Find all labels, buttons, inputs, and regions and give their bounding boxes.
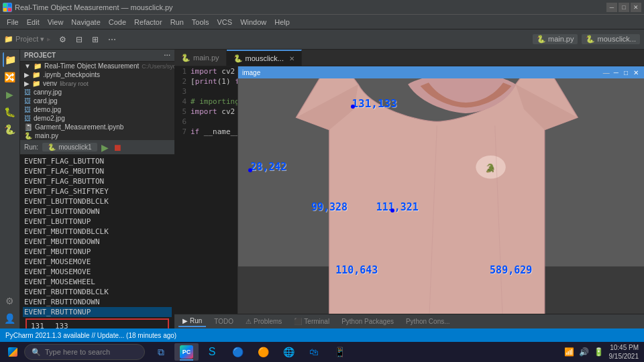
code-line-1: 1 import cv2	[174, 66, 237, 76]
menu-file[interactable]: File	[3, 17, 23, 27]
maximize-button[interactable]: □	[619, 3, 629, 12]
coord-label-110-643: 110,643	[335, 264, 378, 276]
file-icon-canny: 🖼	[24, 88, 31, 96]
file-icon-demo: 🖼	[24, 106, 31, 113]
taskbar-store[interactable]: 🛍	[302, 343, 326, 361]
taskbar-search[interactable]: 🔍 Type here to search	[24, 344, 145, 360]
bottom-tab-run[interactable]: ▶ Run	[178, 316, 206, 327]
tree-venv[interactable]: ▶ 📁 venv library root	[20, 79, 174, 88]
close-button[interactable]: ✕	[631, 3, 641, 12]
mousclick-tab[interactable]: 🐍 mousclick...	[582, 34, 640, 44]
more-icon[interactable]: ⋯	[105, 34, 119, 46]
file-icon-main: 🐍	[24, 132, 32, 139]
tree-card[interactable]: 🖼 card.jpg	[20, 97, 174, 105]
tree-demo[interactable]: 🖼 demo.jpg	[20, 105, 174, 114]
split-icon[interactable]: ⊟	[73, 34, 85, 46]
coord-label-131-133: 131,133	[352, 97, 396, 110]
status-version: PyCharm 2021.1.3 available // Update... …	[5, 332, 176, 339]
taskbar-app3[interactable]: 🔵	[225, 343, 250, 361]
activity-run-icon[interactable]: ▶	[3, 87, 17, 102]
activity-commit-icon[interactable]: 🔀	[3, 70, 17, 84]
menu-edit[interactable]: Edit	[23, 17, 44, 27]
breadcrumb-project[interactable]: 📁 Project ▾	[4, 35, 44, 44]
dot-28-242	[248, 168, 252, 172]
tray-volume-icon[interactable]: 🔊	[578, 346, 590, 358]
taskbar: 🔍 Type here to search ⧉ PC S 🔵 🟠 🌐 🛍 📱	[0, 342, 644, 362]
tab-mousclick[interactable]: 🐍 mousclick... ✕	[227, 50, 302, 66]
bottom-tab-console[interactable]: Python Cons...	[402, 316, 454, 326]
settings-icon[interactable]: ⚙	[56, 34, 69, 46]
coord-x-0: 131	[31, 322, 44, 328]
tab-mainpy[interactable]: 🐍 main.py	[174, 50, 227, 66]
code-line-3: 3	[174, 86, 237, 97]
folder-icon-venv: 📁	[32, 80, 40, 87]
svg-rect-3	[8, 8, 11, 11]
activity-debug-icon[interactable]: 🐛	[3, 105, 17, 119]
taskbar-pycharm[interactable]: PC	[174, 343, 199, 361]
run-config[interactable]: 🐍 mousclick1	[42, 143, 97, 152]
start-button[interactable]	[3, 343, 23, 361]
tray-wifi-icon[interactable]: 📶	[564, 346, 576, 358]
console-line-rbuttondown: EVENT_RBUTTONDOWN	[23, 297, 172, 307]
tree-mainpy[interactable]: 🐍 main.py	[20, 131, 174, 140]
taskbar-chrome[interactable]: 🌐	[276, 343, 301, 361]
run-play-button[interactable]: ▶	[101, 142, 109, 153]
line-content-4: # importing t	[191, 97, 238, 107]
menu-help[interactable]: Help	[270, 17, 294, 27]
menu-view[interactable]: View	[44, 17, 68, 27]
activity-project-icon[interactable]: 📁	[3, 52, 17, 67]
venv-label: venv	[43, 80, 57, 87]
tree-canny[interactable]: 🖼 canny.jpg	[20, 88, 174, 97]
tree-demo2[interactable]: 🖼 demo2.jpg	[20, 114, 174, 123]
sidebar-options-icon[interactable]: ⋯	[164, 52, 170, 59]
breadcrumb: 📁 Project ▾ ▸	[4, 35, 51, 44]
activity-python-icon[interactable]: 🐍	[3, 122, 17, 137]
menu-navigate[interactable]: Navigate	[67, 17, 104, 27]
layout-icon[interactable]: ⊞	[89, 34, 101, 46]
line-num-1: 1	[174, 66, 191, 76]
tray-battery-icon[interactable]: 🔋	[593, 346, 605, 358]
console-tab-label: Python Cons...	[406, 318, 450, 325]
menu-code[interactable]: Code	[105, 17, 130, 27]
root-path: C:/Users/sydlo...	[142, 63, 174, 70]
bottom-tab-terminal[interactable]: ⬛ Terminal	[290, 316, 333, 326]
taskbar-task-view[interactable]: ⧉	[149, 343, 173, 361]
demo2-label: demo2.jpg	[34, 115, 65, 122]
taskbar-skype[interactable]: S	[200, 343, 224, 361]
bottom-tab-problems[interactable]: ⚠ Problems	[241, 316, 286, 326]
run-stop-button[interactable]: ⏹	[113, 142, 122, 153]
console-line-rbuttonup: EVENT_RBUTTONUP	[23, 307, 172, 317]
menu-window[interactable]: Window	[236, 17, 270, 27]
menu-vcs[interactable]: VCS	[213, 17, 237, 27]
tab-mousclick-icon: 🐍	[233, 54, 243, 63]
taskbar-apps: ⧉ PC S 🔵 🟠 🌐 🛍 📱	[149, 343, 352, 361]
menu-tools[interactable]: Tools	[188, 17, 213, 27]
tree-root[interactable]: ▼ 📁 Real-Time Object Measurement C:/User…	[20, 62, 174, 70]
chevron-down-icon: ▼	[24, 62, 31, 70]
code-line-5: 5 import cv2	[174, 107, 237, 117]
code-line-6: 6	[174, 117, 237, 127]
console-line-flag-rbutton: EVENT_FLAG_RBUTTON	[23, 176, 172, 186]
tree-ipynb[interactable]: ▶ 📁 .ipynb_checkpoints	[20, 70, 174, 79]
image-minimize-button[interactable]: ─	[612, 69, 620, 76]
bottom-tab-todo[interactable]: TODO	[210, 316, 237, 326]
minimize-button[interactable]: ─	[606, 3, 617, 12]
activity-terminal-icon[interactable]: ⚙	[3, 294, 17, 308]
activity-settings-icon[interactable]: 👤	[3, 311, 17, 326]
ipynb-label: .ipynb_checkpoints	[43, 71, 100, 78]
run-tab-icon: ▶	[182, 317, 188, 324]
main-py-tab[interactable]: 🐍 main.py	[533, 34, 578, 44]
taskbar-settings[interactable]: 📱	[327, 343, 352, 361]
clock[interactable]: 10:45 PM 9/15/2021	[609, 343, 639, 361]
tree-garment[interactable]: 📓 Garment_Measurement.ipynb	[20, 123, 174, 131]
image-maximize-button[interactable]: □	[623, 69, 629, 76]
tab-close-icon[interactable]: ✕	[289, 55, 294, 62]
menu-run[interactable]: Run	[166, 17, 188, 27]
menu-refactor[interactable]: Refactor	[130, 17, 166, 27]
ide-content: 🐍 main.py 🐍 mousclick... ✕ 1 import cv2	[174, 50, 644, 328]
console-line-mousewheel: EVENT_MOUSEWHEEL	[23, 277, 172, 287]
image-close-button[interactable]: ✕	[632, 69, 640, 76]
bottom-tab-packages[interactable]: Python Packages	[337, 316, 398, 326]
line-content-7: if __name__ == "_m	[191, 127, 238, 137]
taskbar-app4[interactable]: 🟠	[251, 343, 275, 361]
